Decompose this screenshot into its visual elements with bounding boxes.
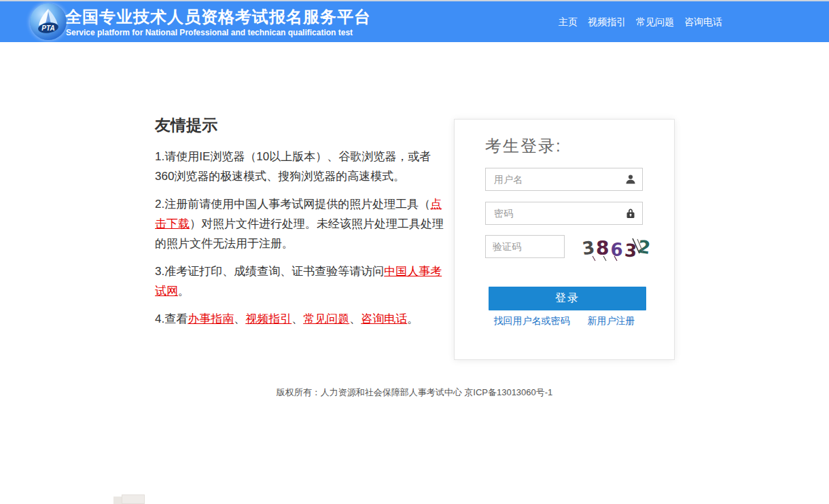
- faq-link[interactable]: 常见问题: [303, 312, 349, 325]
- lock-icon: [625, 208, 636, 219]
- video-guide-link[interactable]: 视频指引: [245, 312, 292, 325]
- captcha-field-wrap: [485, 235, 565, 258]
- page: PTA 全国专业技术人员资格考试报名服务平台 Service platform …: [0, 0, 829, 504]
- login-title: 考生登录:: [485, 135, 562, 157]
- nav-faq[interactable]: 常见问题: [636, 16, 674, 29]
- user-icon: [625, 174, 636, 185]
- tip2-text-2: ）对照片文件进行处理。未经该照片处理工具处理的照片文件无法用于注册。: [155, 217, 444, 250]
- nav-video-guide[interactable]: 视频指引: [588, 16, 626, 29]
- service-guide-link[interactable]: 办事指南: [188, 312, 234, 325]
- nav-hotline[interactable]: 咨询电话: [684, 16, 722, 29]
- partial-artifact: [113, 494, 145, 504]
- tip2-text-1: 2.注册前请使用中国人事考试网提供的照片处理工具（: [155, 198, 430, 211]
- header: PTA 全国专业技术人员资格考试报名服务平台 Service platform …: [0, 1, 829, 42]
- tip-browsers: 1.请使用IE浏览器（10以上版本）、谷歌浏览器，或者360浏览器的极速模式、搜…: [155, 147, 444, 186]
- tip3-text-1: 3.准考证打印、成绩查询、证书查验等请访问: [155, 265, 384, 278]
- pta-logo-icon: PTA: [30, 3, 67, 40]
- tip4-text-2: 。: [407, 312, 419, 325]
- captcha-digits: 38632: [582, 236, 652, 259]
- login-button[interactable]: 登录: [489, 287, 646, 310]
- login-panel: 考生登录: 38632: [454, 119, 675, 360]
- captcha-input[interactable]: [486, 236, 564, 257]
- tip4-sep-2: 、: [292, 312, 303, 325]
- tip4-sep-3: 、: [349, 312, 361, 325]
- tip-cpta-site: 3.准考证打印、成绩查询、证书查验等请访问中国人事考试网。: [155, 262, 444, 301]
- site-title: 全国专业技术人员资格考试报名服务平台: [65, 6, 371, 28]
- hotline-link[interactable]: 咨询电话: [361, 312, 407, 325]
- tips-section: 友情提示 1.请使用IE浏览器（10以上版本）、谷歌浏览器，或者360浏览器的极…: [155, 115, 444, 337]
- site-subtitle: Service platform for National Profession…: [66, 28, 353, 37]
- forgot-credentials-link[interactable]: 找回用户名或密码: [494, 315, 570, 327]
- username-field-wrap: [485, 168, 643, 191]
- tip3-text-2: 。: [178, 285, 190, 298]
- register-link[interactable]: 新用户注册: [588, 315, 635, 327]
- captcha-image[interactable]: 38632: [581, 236, 643, 262]
- footer-copyright: 版权所有：人力资源和社会保障部人事考试中心 京ICP备13013060号-1: [0, 386, 829, 399]
- tip4-sep-1: 、: [234, 312, 245, 325]
- login-links-row: 找回用户名或密码 新用户注册: [455, 315, 674, 327]
- artifact-shape-right: [122, 494, 145, 504]
- tip-help-links: 4.查看办事指南、视频指引、常见问题、咨询电话。: [155, 309, 444, 329]
- logo-text: PTA: [41, 24, 54, 32]
- nav-home[interactable]: 主页: [559, 16, 578, 29]
- username-input[interactable]: [486, 168, 642, 190]
- tips-heading: 友情提示: [155, 115, 444, 134]
- header-nav: 主页 视频指引 常见问题 咨询电话: [559, 1, 722, 43]
- tip4-text-1: 4.查看: [155, 312, 188, 325]
- tip1-text: 1.请使用IE浏览器（10以上版本）、谷歌浏览器，或者360浏览器的极速模式、搜…: [155, 150, 431, 183]
- tip-photo-tool: 2.注册前请使用中国人事考试网提供的照片处理工具（点击下载）对照片文件进行处理。…: [155, 194, 444, 253]
- password-input[interactable]: [486, 202, 642, 224]
- password-field-wrap: [485, 202, 643, 225]
